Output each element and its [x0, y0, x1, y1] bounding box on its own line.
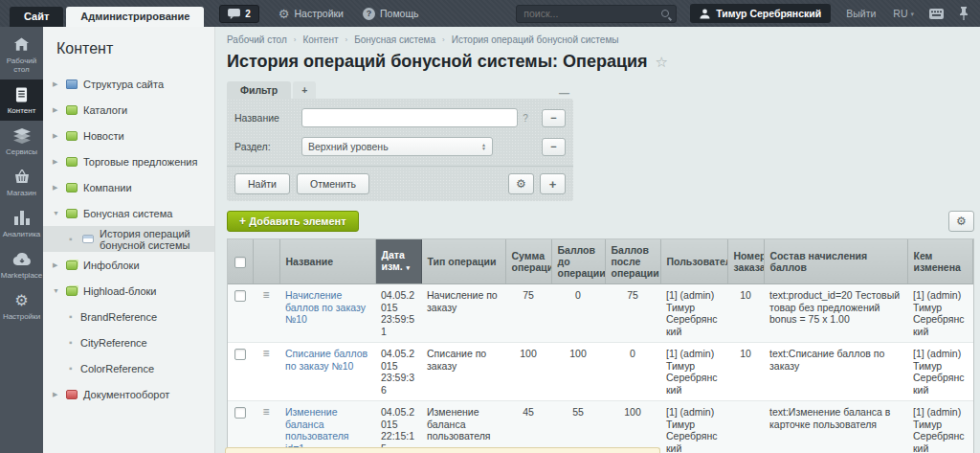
find-button[interactable]: Найти	[234, 173, 290, 194]
tree-item[interactable]: Highload-блоки	[43, 278, 214, 304]
rail-item-analytics[interactable]: Аналитика	[0, 203, 43, 244]
column-header[interactable]: Баллов после операции	[605, 239, 660, 284]
row-checkbox[interactable]	[234, 349, 246, 360]
tree-item[interactable]: BrandReference	[43, 304, 214, 329]
remove-filter-field-button[interactable]	[542, 109, 566, 127]
tree-item[interactable]: Каталоги	[43, 97, 214, 123]
content-tree-panel: Контент Структура сайтаКаталогиНовостиТо…	[43, 27, 215, 453]
cell-detail: text:Списание баллов по заказу	[764, 343, 907, 401]
infoblocks-icon	[66, 260, 78, 270]
row-name-link[interactable]: Начисление баллов по заказу №10	[285, 289, 366, 325]
row-menu-icon[interactable]	[262, 347, 269, 360]
favorite-star-icon[interactable]	[648, 52, 668, 72]
tree-list: Структура сайтаКаталогиНовостиТорговые п…	[43, 71, 214, 407]
breadcrumb-link[interactable]: Контент	[302, 34, 338, 45]
help-icon: ?	[363, 8, 375, 20]
gear-icon	[278, 8, 290, 20]
column-header[interactable]: Состав начисления баллов	[764, 239, 907, 284]
filter-block: Фильтр + — Название Раздел: Верхний уро	[227, 80, 573, 201]
cell-name: Изменение баланса пользователя id=1	[279, 401, 375, 453]
chevron-down-icon[interactable]	[53, 210, 64, 216]
filter-add-field-button[interactable]	[540, 173, 566, 194]
column-header[interactable]: Сумма операции	[505, 239, 551, 284]
tree-item[interactable]: История операций бонусной системы	[43, 226, 214, 252]
filter-section-value: Верхний уровень	[308, 141, 389, 152]
column-header[interactable]: Баллов до операции	[551, 239, 605, 284]
grid-settings-button[interactable]	[948, 211, 974, 232]
topbar-help-button[interactable]: ? Помощь	[363, 8, 419, 20]
rail-item-settings[interactable]: ⚙Настройки	[0, 285, 43, 327]
chevron-down-icon[interactable]	[53, 287, 64, 294]
cell-user: [1] (admin) Тимур Серебрянский	[660, 343, 727, 401]
rail-item-services[interactable]: Сервисы	[0, 121, 43, 162]
filter-hint-icon[interactable]	[518, 113, 533, 124]
breadcrumb-link[interactable]: Бонусная система	[354, 34, 435, 45]
column-header[interactable]: Название	[279, 239, 375, 284]
chevron-right-icon[interactable]	[53, 132, 64, 139]
filter-name-input[interactable]	[301, 108, 518, 127]
rail-item-shop[interactable]: Магазин	[0, 162, 43, 203]
chevron-right-icon[interactable]	[53, 391, 64, 397]
filter-minimize-icon[interactable]: —	[555, 87, 573, 99]
cell-detail: text:Изменение баланса в карточке пользо…	[764, 401, 907, 453]
chevron-right-icon[interactable]	[53, 106, 64, 113]
chevron-right-icon[interactable]	[53, 80, 64, 87]
topbar-settings-button[interactable]: Настройки	[278, 8, 344, 20]
cell-after: 75	[605, 284, 660, 343]
add-filter-tab[interactable]: +	[293, 81, 316, 99]
row-name-link[interactable]: Изменение баланса пользователя id=1	[285, 406, 349, 453]
column-header[interactable]: Тип операции	[421, 239, 505, 284]
row-checkbox[interactable]	[234, 290, 246, 302]
rail-item-content[interactable]: Контент	[0, 79, 43, 121]
cell-date: 04.05.2015 22:15:15	[375, 401, 421, 453]
filter-settings-button[interactable]	[508, 173, 534, 194]
chevron-right-icon[interactable]	[53, 261, 64, 268]
tree-item[interactable]: CityReference	[43, 329, 214, 355]
document-icon	[15, 86, 28, 102]
column-header[interactable]: Дата изм.▾	[375, 239, 421, 284]
rail-item-marketplace[interactable]: Marketplace	[0, 244, 43, 285]
pin-icon[interactable]	[959, 7, 969, 20]
column-header[interactable]: Кем изменена	[907, 239, 973, 284]
cell-changed_by: [1] (admin) Тимур Серебрянский	[907, 284, 973, 343]
filter-section-select[interactable]: Верхний уровень	[301, 137, 493, 156]
tab-site[interactable]: Сайт	[10, 7, 63, 27]
remove-filter-field-button[interactable]	[542, 138, 566, 156]
add-element-button[interactable]: Добавить элемент	[227, 211, 359, 232]
row-menu-icon[interactable]	[262, 405, 269, 419]
tab-administration[interactable]: Администрирование	[66, 7, 204, 27]
row-name-link[interactable]: Списание баллов по заказу №10	[285, 348, 368, 372]
tree-item[interactable]: Компании	[43, 174, 214, 200]
breadcrumb-separator-icon: ›	[442, 35, 445, 44]
tree-item[interactable]: Новости	[43, 123, 214, 148]
tree-item[interactable]: ColorReference	[43, 355, 214, 381]
rail-item-desktop[interactable]: Рабочий стол	[0, 30, 43, 79]
infoblock-icon	[66, 105, 78, 115]
column-header[interactable]: Пользователь	[660, 239, 727, 284]
search-input[interactable]	[523, 8, 661, 19]
tree-item[interactable]: Структура сайта	[43, 71, 214, 97]
hotkeys-icon[interactable]	[929, 9, 944, 19]
chevron-right-icon[interactable]	[53, 158, 64, 165]
chevron-right-icon[interactable]	[53, 184, 64, 191]
tree-item[interactable]: Торговые предложения	[43, 148, 214, 174]
tree-item[interactable]: Инфоблоки	[43, 252, 214, 278]
notifications-button[interactable]: 2	[219, 5, 259, 23]
cancel-button[interactable]: Отменить	[297, 173, 369, 194]
breadcrumb-link[interactable]: История операций бонусной системы	[452, 34, 619, 45]
tree-item[interactable]: Документооборот	[43, 381, 214, 407]
user-button[interactable]: Тимур Серебрянский	[690, 4, 831, 23]
home-icon	[13, 36, 30, 53]
infoblock-icon	[66, 157, 78, 167]
row-menu-icon[interactable]	[262, 288, 269, 302]
tree-title: Контент	[43, 34, 214, 71]
select-all-checkbox[interactable]	[234, 257, 246, 268]
breadcrumb-link[interactable]: Рабочий стол	[227, 34, 287, 45]
language-selector[interactable]: RU	[893, 8, 914, 19]
column-header[interactable]: Номер заказа	[727, 239, 764, 284]
tree-item[interactable]: Бонусная система	[43, 200, 214, 226]
row-checkbox[interactable]	[234, 407, 246, 419]
filter-tab[interactable]: Фильтр	[227, 81, 291, 99]
logout-link[interactable]: Выйти	[846, 8, 876, 19]
cell-before: 55	[551, 401, 605, 453]
